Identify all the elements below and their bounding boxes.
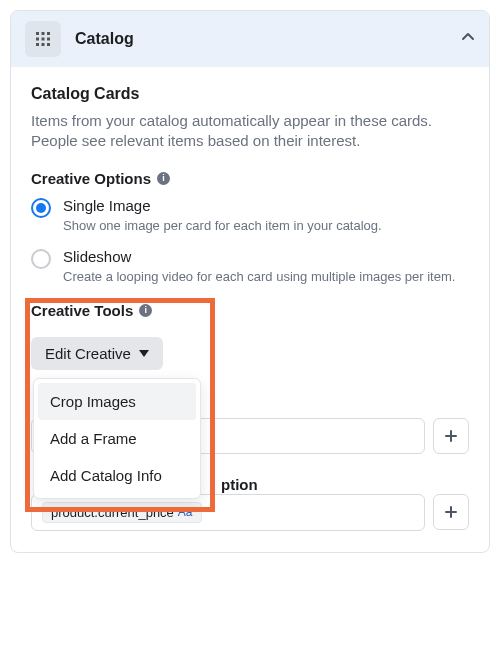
- svg-rect-6: [36, 43, 39, 46]
- field-row-price: product.current_price Aa: [31, 494, 469, 531]
- option-label: Slideshow: [63, 248, 455, 265]
- add-button[interactable]: [433, 418, 469, 454]
- edit-creative-menu: Crop Images Add a Frame Add Catalog Info: [33, 378, 201, 499]
- info-icon[interactable]: i: [139, 304, 152, 317]
- plus-icon: [444, 505, 458, 519]
- panel-header[interactable]: Catalog: [11, 11, 489, 67]
- radio-single-image[interactable]: Single Image Show one image per card for…: [31, 197, 469, 235]
- radio-slideshow[interactable]: Slideshow Create a looping video for eac…: [31, 248, 469, 286]
- svg-rect-5: [47, 38, 50, 41]
- chevron-up-icon[interactable]: [461, 30, 475, 48]
- creative-options-heading: Creative Options i: [31, 170, 469, 187]
- option-label: Single Image: [63, 197, 382, 214]
- catalog-cards-desc: Items from your catalog automatically ap…: [31, 111, 469, 152]
- option-desc: Show one image per card for each item in…: [63, 218, 382, 233]
- button-label: Edit Creative: [45, 345, 131, 362]
- catalog-panel: Catalog Catalog Cards Items from your ca…: [10, 10, 490, 553]
- plus-icon: [444, 429, 458, 443]
- add-button[interactable]: [433, 494, 469, 530]
- menu-add-frame[interactable]: Add a Frame: [38, 420, 196, 457]
- edit-creative-button[interactable]: Edit Creative: [31, 337, 163, 370]
- svg-rect-7: [42, 43, 45, 46]
- svg-rect-1: [42, 32, 45, 35]
- info-icon[interactable]: i: [157, 172, 170, 185]
- creative-tools-heading: Creative Tools i: [31, 302, 469, 319]
- menu-crop-images[interactable]: Crop Images: [38, 383, 196, 420]
- radio-indicator: [31, 249, 51, 269]
- catalog-grid-icon: [25, 21, 61, 57]
- panel-body: Catalog Cards Items from your catalog au…: [11, 67, 489, 552]
- caret-down-icon: [139, 350, 149, 357]
- text-style-icon: Aa: [178, 505, 193, 519]
- partial-field-label: ption: [221, 476, 258, 493]
- text-field[interactable]: product.current_price Aa: [31, 494, 425, 531]
- panel-title: Catalog: [75, 30, 134, 48]
- svg-rect-8: [47, 43, 50, 46]
- svg-rect-2: [47, 32, 50, 35]
- svg-rect-3: [36, 38, 39, 41]
- option-desc: Create a looping video for each card usi…: [63, 269, 455, 284]
- svg-rect-0: [36, 32, 39, 35]
- menu-add-catalog-info[interactable]: Add Catalog Info: [38, 457, 196, 494]
- radio-indicator: [31, 198, 51, 218]
- creative-tools-area: Creative Tools i Edit Creative Crop Imag…: [31, 302, 469, 532]
- svg-rect-4: [42, 38, 45, 41]
- catalog-cards-title: Catalog Cards: [31, 85, 469, 103]
- dynamic-chip[interactable]: product.current_price Aa: [42, 502, 202, 523]
